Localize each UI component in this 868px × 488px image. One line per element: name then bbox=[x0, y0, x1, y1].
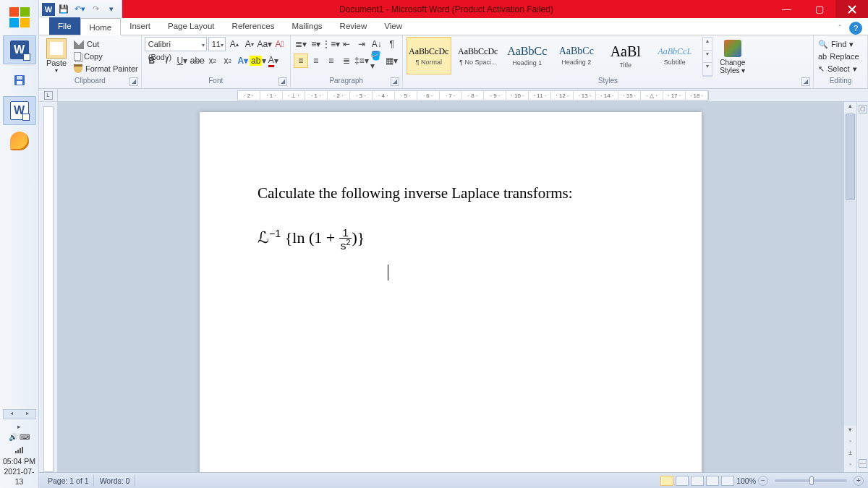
grow-font-button[interactable]: A▴ bbox=[227, 37, 242, 51]
bullets-button[interactable]: ≣▾ bbox=[294, 37, 308, 51]
show-hidden-icons[interactable]: ▸ bbox=[17, 423, 21, 430]
strikethrough-button[interactable]: abe bbox=[190, 53, 205, 68]
format-painter-button[interactable]: Format Painter bbox=[74, 63, 138, 74]
zoom-level[interactable]: 100% bbox=[736, 476, 756, 485]
document-area[interactable]: Calculate the following inverse Laplace … bbox=[58, 102, 843, 472]
paragraph-dialog-icon[interactable]: ◢ bbox=[391, 77, 399, 86]
multilevel-button[interactable]: ⋮≡▾ bbox=[324, 37, 339, 51]
ruler-toggle-icon[interactable]: ▢ bbox=[859, 105, 867, 114]
app-icon[interactable]: W bbox=[42, 3, 55, 16]
style-subtitle[interactable]: AaBbCcLSubtitle bbox=[652, 37, 697, 74]
maximize-button[interactable]: ▢ bbox=[803, 0, 835, 18]
zoom-in-button[interactable]: + bbox=[854, 476, 864, 486]
taskbar-app-word-doc[interactable]: W bbox=[3, 96, 36, 125]
volume-icon[interactable]: 🔊 ⌨ bbox=[9, 430, 30, 443]
tab-mailings[interactable]: Mailings bbox=[283, 17, 331, 35]
copy-button[interactable]: Copy bbox=[74, 51, 138, 62]
scroll-up-button[interactable]: ▴ bbox=[844, 102, 856, 114]
borders-button[interactable]: ▦▾ bbox=[385, 53, 399, 68]
sort-button[interactable]: A↓ bbox=[370, 37, 384, 51]
style---no-spaci---[interactable]: AaBbCcDc¶ No Spaci... bbox=[456, 37, 501, 74]
paste-button[interactable]: Paste▾ bbox=[42, 37, 71, 74]
system-clock[interactable]: 05:04 PM bbox=[0, 456, 38, 466]
style-heading-2[interactable]: AaBbCcHeading 2 bbox=[554, 37, 599, 74]
split-icon[interactable]: — bbox=[859, 459, 867, 468]
system-date[interactable]: 2021-07-13 bbox=[0, 466, 38, 487]
font-color-button[interactable]: A▾ bbox=[266, 53, 281, 68]
tab-selector[interactable]: L bbox=[39, 89, 58, 102]
view-draft[interactable] bbox=[721, 476, 734, 486]
change-case-button[interactable]: Aa▾ bbox=[258, 37, 272, 51]
status-words[interactable]: Words: 0 bbox=[95, 475, 135, 487]
underline-button[interactable]: U▾ bbox=[175, 53, 190, 68]
decrease-indent-button[interactable]: ⇤ bbox=[339, 37, 354, 51]
increase-indent-button[interactable]: ⇥ bbox=[354, 37, 369, 51]
find-button[interactable]: 🔍Find ▾ bbox=[817, 38, 864, 50]
help-icon[interactable]: ? bbox=[849, 22, 862, 35]
taskbar-scroll[interactable]: ◂▸ bbox=[3, 409, 36, 419]
font-name-combo[interactable]: Calibri (Body) bbox=[145, 37, 207, 51]
cut-button[interactable]: Cut bbox=[74, 38, 138, 50]
qa-save-icon[interactable]: 💾 bbox=[56, 2, 71, 17]
qa-redo-icon[interactable]: ↷ bbox=[88, 2, 103, 17]
styles-dialog-icon[interactable]: ◢ bbox=[801, 77, 810, 86]
line-spacing-button[interactable]: ‡≡▾ bbox=[354, 53, 369, 68]
taskbar-app-word[interactable]: W bbox=[3, 35, 36, 64]
tab-view[interactable]: View bbox=[375, 17, 411, 35]
highlight-button[interactable]: ab▾ bbox=[251, 53, 265, 68]
show-marks-button[interactable]: ¶ bbox=[385, 37, 399, 51]
vertical-scrollbar[interactable]: ▴ ▾ ◦ ± ◦ bbox=[843, 102, 856, 472]
select-button[interactable]: ↖Select ▾ bbox=[817, 63, 864, 74]
subscript-button[interactable]: x2 bbox=[205, 53, 220, 68]
taskbar-app-paint[interactable] bbox=[3, 127, 36, 155]
network-icon[interactable] bbox=[15, 446, 23, 453]
qa-customize-icon[interactable]: ▾ bbox=[104, 2, 119, 17]
view-print-layout[interactable] bbox=[660, 476, 673, 486]
superscript-button[interactable]: x2 bbox=[221, 53, 235, 68]
minimize-ribbon-icon[interactable]: ˆ bbox=[833, 22, 846, 35]
clear-formatting-button[interactable]: Aͯ bbox=[273, 37, 287, 51]
tab-page-layout[interactable]: Page Layout bbox=[159, 17, 224, 35]
taskbar-app-save[interactable] bbox=[3, 66, 36, 95]
shading-button[interactable]: 🪣▾ bbox=[370, 53, 384, 68]
status-page[interactable]: Page: 1 of 1 bbox=[43, 475, 94, 487]
scroll-down-button[interactable]: ▾ bbox=[844, 426, 856, 437]
zoom-slider[interactable] bbox=[775, 479, 847, 482]
text-effects-button[interactable]: A▾ bbox=[236, 53, 250, 68]
style---normal[interactable]: AaBbCcDc¶ Normal bbox=[407, 37, 451, 74]
view-outline[interactable] bbox=[706, 476, 719, 486]
align-center-button[interactable]: ≡ bbox=[309, 53, 323, 68]
styles-scroll[interactable]: ▴▾▾ bbox=[702, 37, 712, 77]
minimize-button[interactable]: — bbox=[770, 0, 803, 18]
tab-home[interactable]: Home bbox=[80, 18, 122, 35]
tab-file[interactable]: File bbox=[49, 17, 80, 35]
change-styles-button[interactable]: Change Styles ▾ bbox=[715, 37, 750, 77]
clipboard-dialog-icon[interactable]: ◢ bbox=[129, 77, 138, 86]
close-button[interactable] bbox=[835, 0, 868, 18]
qa-undo-icon[interactable]: ↶▾ bbox=[72, 2, 87, 17]
font-size-combo[interactable]: 11 bbox=[208, 37, 226, 51]
scroll-thumb[interactable] bbox=[846, 114, 855, 200]
zoom-out-button[interactable]: − bbox=[758, 476, 768, 486]
browse-object-button[interactable]: ± bbox=[844, 449, 856, 461]
style-heading-1[interactable]: AaBbCcHeading 1 bbox=[505, 37, 550, 74]
vertical-ruler[interactable] bbox=[39, 102, 58, 472]
page[interactable]: Calculate the following inverse Laplace … bbox=[200, 112, 702, 472]
shrink-font-button[interactable]: A▾ bbox=[242, 37, 257, 51]
justify-button[interactable]: ≣ bbox=[339, 53, 354, 68]
view-full-screen[interactable] bbox=[676, 476, 689, 486]
style-title[interactable]: AaBlTitle bbox=[603, 37, 648, 74]
font-dialog-icon[interactable]: ◢ bbox=[278, 77, 287, 86]
tab-references[interactable]: References bbox=[224, 17, 284, 35]
start-button[interactable] bbox=[5, 3, 34, 32]
prev-page-button[interactable]: ◦ bbox=[844, 437, 856, 449]
view-web-layout[interactable] bbox=[691, 476, 704, 486]
numbering-button[interactable]: ≡▾ bbox=[309, 37, 323, 51]
replace-button[interactable]: abReplace bbox=[817, 51, 864, 62]
align-left-button[interactable]: ≡ bbox=[294, 53, 308, 68]
horizontal-ruler[interactable]: · 2 ·· 1 ·· ⊥ ·· 1 ·· 2 ·· 3 ·· 4 ·· 5 ·… bbox=[58, 89, 868, 102]
align-right-button[interactable]: ≡ bbox=[324, 53, 339, 68]
next-page-button[interactable]: ◦ bbox=[844, 461, 856, 472]
tab-insert[interactable]: Insert bbox=[121, 17, 159, 35]
tab-review[interactable]: Review bbox=[331, 17, 376, 35]
